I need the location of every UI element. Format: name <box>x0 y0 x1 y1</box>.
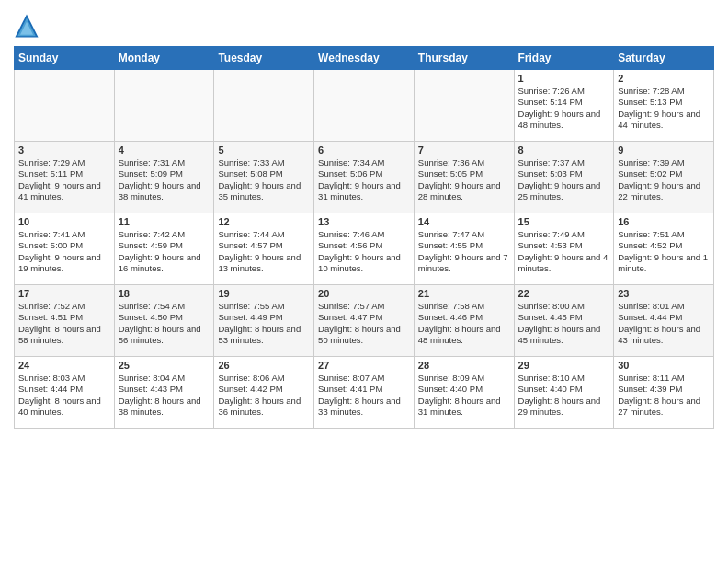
day-info: Daylight: 8 hours and 43 minutes. <box>618 324 710 347</box>
day-info: Sunrise: 8:07 AM <box>318 373 410 384</box>
day-info: Daylight: 9 hours and 19 minutes. <box>18 252 110 275</box>
calendar-cell <box>15 70 115 142</box>
day-info: Sunset: 4:51 PM <box>18 312 110 323</box>
day-info: Sunrise: 7:54 AM <box>119 301 210 312</box>
day-number: 26 <box>218 360 310 371</box>
calendar-cell: 5Sunrise: 7:33 AMSunset: 5:08 PMDaylight… <box>214 142 314 213</box>
day-info: Sunrise: 8:06 AM <box>218 373 310 384</box>
calendar-cell: 30Sunrise: 8:11 AMSunset: 4:39 PMDayligh… <box>614 357 714 429</box>
day-info: Daylight: 8 hours and 53 minutes. <box>218 324 310 347</box>
day-number: 11 <box>119 216 210 227</box>
day-info: Sunrise: 7:51 AM <box>618 229 710 240</box>
day-info: Daylight: 9 hours and 28 minutes. <box>418 180 510 203</box>
day-info: Sunrise: 7:41 AM <box>18 229 110 240</box>
day-number: 2 <box>618 73 710 84</box>
calendar-cell: 9Sunrise: 7:39 AMSunset: 5:02 PMDaylight… <box>614 142 714 213</box>
day-number: 19 <box>218 288 310 299</box>
calendar-cell: 25Sunrise: 8:04 AMSunset: 4:43 PMDayligh… <box>114 357 214 429</box>
calendar-cell: 7Sunrise: 7:36 AMSunset: 5:05 PMDaylight… <box>414 142 514 213</box>
calendar-cell: 6Sunrise: 7:34 AMSunset: 5:06 PMDaylight… <box>314 142 415 213</box>
day-info: Sunset: 5:02 PM <box>618 168 710 179</box>
header-cell-wednesday: Wednesday <box>314 47 415 70</box>
day-number: 1 <box>518 73 610 84</box>
day-info: Sunset: 4:40 PM <box>518 384 610 395</box>
day-info: Sunrise: 7:31 AM <box>119 157 210 168</box>
day-info: Daylight: 9 hours and 4 minutes. <box>518 252 610 275</box>
day-info: Sunrise: 7:28 AM <box>618 86 710 97</box>
day-info: Sunrise: 7:36 AM <box>418 157 510 168</box>
day-number: 9 <box>618 144 710 155</box>
header <box>14 9 714 39</box>
day-number: 17 <box>18 288 110 299</box>
calendar-cell: 20Sunrise: 7:57 AMSunset: 4:47 PMDayligh… <box>314 285 415 357</box>
day-info: Daylight: 9 hours and 13 minutes. <box>218 252 310 275</box>
day-info: Sunset: 4:52 PM <box>618 240 710 251</box>
calendar-cell: 21Sunrise: 7:58 AMSunset: 4:46 PMDayligh… <box>414 285 514 357</box>
logo <box>14 13 43 39</box>
day-info: Sunset: 4:44 PM <box>18 384 110 395</box>
day-number: 20 <box>318 288 410 299</box>
day-info: Daylight: 9 hours and 48 minutes. <box>518 109 610 132</box>
day-info: Daylight: 8 hours and 56 minutes. <box>119 324 210 347</box>
day-info: Sunset: 4:39 PM <box>618 384 710 395</box>
day-info: Sunrise: 8:03 AM <box>18 373 110 384</box>
day-info: Sunset: 4:44 PM <box>618 312 710 323</box>
day-info: Sunrise: 7:49 AM <box>518 229 610 240</box>
calendar-cell: 14Sunrise: 7:47 AMSunset: 4:55 PMDayligh… <box>414 213 514 285</box>
day-number: 18 <box>119 288 210 299</box>
day-info: Sunrise: 8:00 AM <box>518 301 610 312</box>
calendar-cell: 13Sunrise: 7:46 AMSunset: 4:56 PMDayligh… <box>314 213 415 285</box>
day-info: Daylight: 8 hours and 27 minutes. <box>618 396 710 419</box>
day-number: 3 <box>18 144 110 155</box>
day-info: Daylight: 8 hours and 29 minutes. <box>518 396 610 419</box>
calendar-cell <box>414 70 514 142</box>
header-cell-friday: Friday <box>514 47 614 70</box>
day-number: 14 <box>418 216 510 227</box>
day-info: Sunset: 5:11 PM <box>18 168 110 179</box>
day-info: Daylight: 9 hours and 1 minute. <box>618 252 710 275</box>
day-info: Daylight: 8 hours and 38 minutes. <box>119 396 210 419</box>
day-info: Daylight: 9 hours and 38 minutes. <box>119 180 210 203</box>
calendar-body: 1Sunrise: 7:26 AMSunset: 5:14 PMDaylight… <box>15 70 714 429</box>
day-number: 21 <box>418 288 510 299</box>
day-info: Sunrise: 7:58 AM <box>418 301 510 312</box>
day-info: Sunset: 4:55 PM <box>418 240 510 251</box>
day-info: Sunrise: 8:10 AM <box>518 373 610 384</box>
calendar-cell: 3Sunrise: 7:29 AMSunset: 5:11 PMDaylight… <box>15 142 115 213</box>
calendar-cell: 18Sunrise: 7:54 AMSunset: 4:50 PMDayligh… <box>114 285 214 357</box>
day-info: Sunrise: 8:09 AM <box>418 373 510 384</box>
main-container: SundayMondayTuesdayWednesdayThursdayFrid… <box>0 0 728 438</box>
day-info: Sunrise: 7:26 AM <box>518 86 610 97</box>
day-info: Sunrise: 7:44 AM <box>218 229 310 240</box>
header-cell-sunday: Sunday <box>15 47 115 70</box>
day-number: 27 <box>318 360 410 371</box>
day-number: 23 <box>618 288 710 299</box>
day-number: 12 <box>218 216 310 227</box>
day-number: 24 <box>18 360 110 371</box>
calendar-week-row: 3Sunrise: 7:29 AMSunset: 5:11 PMDaylight… <box>15 142 714 213</box>
calendar-week-row: 10Sunrise: 7:41 AMSunset: 5:00 PMDayligh… <box>15 213 714 285</box>
calendar-cell: 2Sunrise: 7:28 AMSunset: 5:13 PMDaylight… <box>614 70 714 142</box>
logo-icon <box>14 13 40 39</box>
calendar-cell: 15Sunrise: 7:49 AMSunset: 4:53 PMDayligh… <box>514 213 614 285</box>
day-info: Daylight: 9 hours and 41 minutes. <box>18 180 110 203</box>
day-info: Sunset: 5:03 PM <box>518 168 610 179</box>
day-info: Sunrise: 7:37 AM <box>518 157 610 168</box>
header-cell-saturday: Saturday <box>614 47 714 70</box>
calendar-week-row: 17Sunrise: 7:52 AMSunset: 4:51 PMDayligh… <box>15 285 714 357</box>
day-number: 15 <box>518 216 610 227</box>
day-info: Sunset: 4:42 PM <box>218 384 310 395</box>
calendar-week-row: 1Sunrise: 7:26 AMSunset: 5:14 PMDaylight… <box>15 70 714 142</box>
day-number: 4 <box>119 144 210 155</box>
calendar-cell: 10Sunrise: 7:41 AMSunset: 5:00 PMDayligh… <box>15 213 115 285</box>
day-info: Daylight: 8 hours and 58 minutes. <box>18 324 110 347</box>
day-info: Sunrise: 7:33 AM <box>218 157 310 168</box>
day-info: Sunrise: 7:39 AM <box>618 157 710 168</box>
day-info: Sunset: 4:49 PM <box>218 312 310 323</box>
day-number: 8 <box>518 144 610 155</box>
header-cell-tuesday: Tuesday <box>214 47 314 70</box>
calendar-cell: 26Sunrise: 8:06 AMSunset: 4:42 PMDayligh… <box>214 357 314 429</box>
day-info: Sunrise: 7:55 AM <box>218 301 310 312</box>
day-info: Sunset: 4:43 PM <box>119 384 210 395</box>
day-number: 28 <box>418 360 510 371</box>
